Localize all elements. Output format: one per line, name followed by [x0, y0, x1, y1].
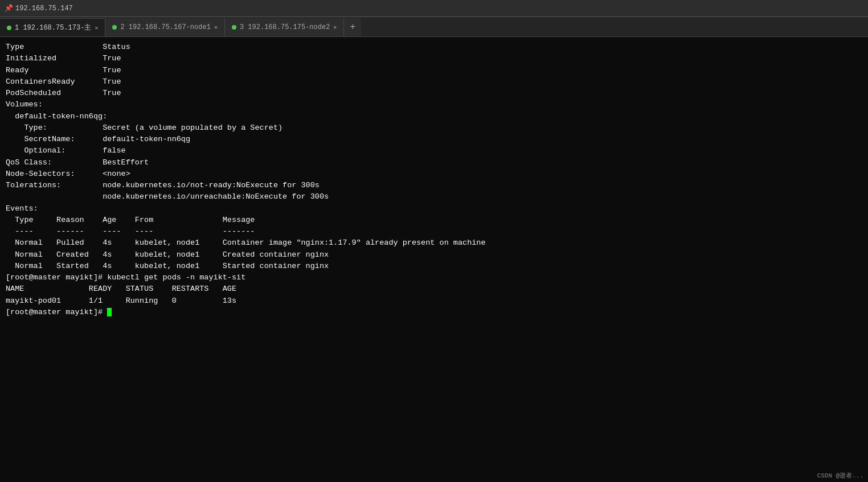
terminal-line: ContainersReady True: [6, 76, 862, 88]
tab-2-dot: [112, 25, 117, 30]
terminal-line: [root@master mayikt]#: [6, 307, 862, 318]
terminal[interactable]: Type StatusInitialized TrueReady TrueCon…: [0, 37, 868, 482]
terminal-line: NAME READY STATUS RESTARTS AGE: [6, 283, 862, 295]
terminal-line: Normal Started 4s kubelet, node1 Started…: [6, 261, 862, 272]
tab-2[interactable]: 2 192.168.75.167-node1 ✕: [105, 18, 224, 36]
terminal-line: Type: Secret (a volume populated by a Se…: [6, 122, 862, 134]
pin-icon: 📌: [5, 4, 13, 13]
terminal-line: Tolerations: node.kubernetes.io/not-read…: [6, 180, 862, 191]
tab-1[interactable]: 1 192.168.75.173-主 ✕: [0, 18, 105, 36]
tab-3[interactable]: 3 192.168.75.175-node2 ✕: [225, 18, 344, 36]
tab-3-close[interactable]: ✕: [333, 24, 337, 31]
terminal-line: Initialized True: [6, 53, 862, 64]
tab-1-dot: [7, 26, 11, 30]
terminal-line: Events:: [6, 203, 862, 215]
title-bar: 📌 192.168.75.147: [0, 0, 868, 17]
new-tab-button[interactable]: +: [344, 18, 361, 36]
terminal-line: QoS Class: BestEffort: [6, 157, 862, 168]
status-bar: CSDN @逝者...: [813, 469, 868, 482]
terminal-line: mayikt-pod01 1/1 Running 0 13s: [6, 295, 862, 307]
terminal-line: Normal Created 4s kubelet, node1 Created…: [6, 249, 862, 261]
terminal-line: Type Reason Age From Message: [6, 215, 862, 226]
terminal-line: SecretName: default-token-nn6qg: [6, 134, 862, 145]
terminal-line: [root@master mayikt]# kubectl get pods -…: [6, 272, 862, 283]
terminal-line: ---- ------ ---- ---- -------: [6, 226, 862, 237]
tab-2-close[interactable]: ✕: [214, 24, 218, 31]
terminal-line: Ready True: [6, 65, 862, 76]
terminal-line: Normal Pulled 4s kubelet, node1 Containe…: [6, 237, 862, 249]
terminal-line: Type Status: [6, 42, 862, 53]
terminal-line: node.kubernetes.io/unreachable:NoExecute…: [6, 191, 862, 203]
tab-3-dot: [232, 25, 236, 30]
tab-3-label: 3 192.168.75.175-node2: [240, 23, 330, 31]
terminal-line: Optional: false: [6, 145, 862, 156]
tab-2-label: 2 192.168.75.167-node1: [120, 23, 210, 31]
title-bar-text: 192.168.75.147: [15, 5, 73, 13]
terminal-line: default-token-nn6qg:: [6, 111, 862, 122]
terminal-line: PodScheduled True: [6, 88, 862, 99]
terminal-cursor: [107, 308, 112, 316]
terminal-line: Volumes:: [6, 99, 862, 110]
terminal-line: Node-Selectors: <none>: [6, 168, 862, 180]
tab-1-label: 1 192.168.75.173-主: [15, 23, 91, 32]
tab-bar: 1 192.168.75.173-主 ✕ 2 192.168.75.167-no…: [0, 17, 868, 37]
tab-1-close[interactable]: ✕: [95, 24, 98, 31]
status-text: CSDN @逝者...: [817, 472, 863, 479]
